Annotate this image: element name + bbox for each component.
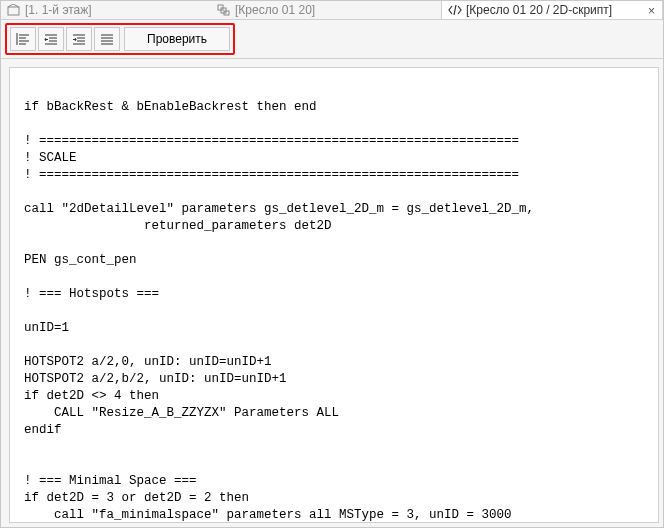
tab-strip: [1. 1-й этаж] [Кресло 01 20] [Кресло 01 … (1, 1, 663, 20)
toolbar-highlight: Проверить (5, 23, 235, 55)
tab-script[interactable]: [Кресло 01 20 / 2D-скрипт] (441, 1, 663, 19)
plan-icon (7, 4, 21, 16)
close-icon[interactable]: × (648, 4, 655, 18)
svg-rect-0 (8, 7, 19, 15)
script-icon (448, 4, 462, 16)
tab-label: [Кресло 01 20 / 2D-скрипт] (466, 3, 612, 17)
object-icon (217, 4, 231, 16)
outdent-button[interactable] (38, 27, 64, 51)
indent-button[interactable] (66, 27, 92, 51)
check-button[interactable]: Проверить (124, 27, 230, 51)
app-window: [1. 1-й этаж] [Кресло 01 20] [Кресло 01 … (0, 0, 664, 528)
toolbar: Проверить (1, 20, 663, 59)
tab-object[interactable]: [Кресло 01 20] (211, 1, 441, 19)
tab-floor-plan[interactable]: [1. 1-й этаж] (1, 1, 211, 19)
align-left-flush-button[interactable] (10, 27, 36, 51)
code-text[interactable]: if bBackRest & bEnableBackrest then end … (24, 82, 650, 523)
check-button-label: Проверить (147, 32, 207, 46)
code-area-wrap: if bBackRest & bEnableBackrest then end … (1, 59, 663, 527)
code-panel[interactable]: if bBackRest & bEnableBackrest then end … (9, 67, 659, 523)
justify-button[interactable] (94, 27, 120, 51)
tab-label: [1. 1-й этаж] (25, 3, 92, 17)
tab-label: [Кресло 01 20] (235, 3, 315, 17)
